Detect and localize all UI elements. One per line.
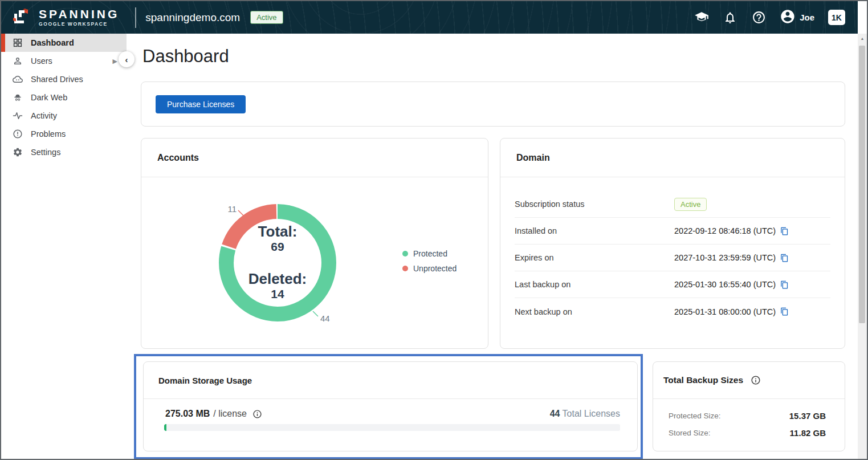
donut-deleted-value: 14 [271,287,284,300]
training-graduation-cap-icon[interactable] [694,10,709,25]
page-title: Dashboard [142,46,229,67]
accounts-card: Accounts 11 44 Total: 69 Deleted: 14 Pro… [141,138,488,349]
copy-icon[interactable] [780,227,789,235]
help-icon[interactable] [751,10,766,25]
avatar-icon [780,9,796,27]
donut-total-value: 69 [271,240,284,253]
sidebar-item-problems[interactable]: Problems [1,125,127,143]
header-divider [135,7,136,28]
kaseya-badge[interactable]: 1K [828,10,845,25]
user-icon [13,56,23,66]
copy-icon[interactable] [780,280,789,289]
header-actions: Joe 1K [694,9,845,27]
spy-icon [13,92,23,103]
alert-circle-icon [13,129,23,139]
scrollbar: ▲ [858,1,867,459]
sidebar-item-activity[interactable]: Activity [1,107,127,125]
sidebar-item-dashboard[interactable]: Dashboard [1,34,127,52]
total-licenses-label: Total Licenses [563,409,620,418]
highlight-annotation-box: Domain Storage Usage 275.03 MB / license… [134,354,643,459]
backup-card-title: Total Backup Sizes [663,375,743,385]
protected-count-label: 44 [320,314,330,323]
top-bar: SPANNING GOOGLE WORKSPACE spanningdemo.c… [1,1,858,34]
accounts-card-title: Accounts [141,139,488,177]
table-row: Expires on 2027-10-31 23:59:59 (UTC) [515,245,830,271]
grid-icon [13,38,23,48]
protected-dot-icon [402,251,408,257]
copy-icon[interactable] [780,307,789,316]
storage-progress-fill [164,424,166,431]
domain-status-badge: Active [250,11,283,24]
app-window: SPANNING GOOGLE WORKSPACE spanningdemo.c… [0,0,868,460]
info-icon[interactable] [751,375,761,385]
user-menu[interactable]: Joe [780,9,814,27]
storage-card-title: Domain Storage Usage [144,362,637,399]
donut-deleted-label: Deleted: [248,270,307,287]
purchase-licenses-button[interactable]: Purchase Licenses [156,95,246,113]
storage-per-license-suffix: / license [213,409,247,419]
sidebar-item-settings[interactable]: Settings [1,143,127,161]
legend-item-unprotected[interactable]: Unprotected [402,263,457,274]
brand: SPANNING GOOGLE WORKSPACE [9,5,119,30]
scrollbar-up-arrow[interactable]: ▲ [858,36,867,40]
sidebar-item-users[interactable]: Users ▶ [1,52,127,70]
storage-progress-bar [164,424,620,431]
accounts-donut-chart: 11 44 Total: 69 Deleted: 14 [201,194,349,331]
brand-subtitle: GOOGLE WORKSPACE [39,22,119,27]
table-row: Protected Size: 15.37 GB [669,407,826,424]
gear-icon [13,147,23,157]
legend-item-protected[interactable]: Protected [402,248,457,259]
domain-name: spanningdemo.com [145,11,240,24]
unprotected-dot-icon [402,266,408,271]
table-row: Stored Size: 11.82 GB [669,424,826,441]
info-icon[interactable] [252,409,262,419]
domain-card: Domain Subscription status Active Instal… [500,138,845,349]
table-row: Installed on 2022-09-12 08:46:18 (UTC) [515,218,830,245]
chevron-right-icon: ▶ [113,58,117,65]
total-licenses-value: 44 [550,409,560,418]
spanning-logo [9,5,32,30]
unprotected-count-label: 11 [227,204,237,214]
sidebar-item-dark-web[interactable]: Dark Web [1,88,127,107]
copy-icon[interactable] [780,254,789,262]
brand-name: SPANNING [39,8,119,20]
cloud-icon [13,74,23,84]
domain-card-title: Domain [500,139,845,177]
scrollbar-track[interactable]: ▲ [858,34,867,459]
table-row: Last backup on 2025-01-30 16:55:40 (UTC) [515,271,830,298]
storage-per-license-value: 275.03 MB [165,409,210,419]
sidebar-item-shared-drives[interactable]: Shared Drives [1,70,127,88]
sidebar-collapse-button[interactable]: ‹ [119,51,135,67]
domain-rows: Subscription status Active Installed on … [500,177,845,325]
main-content: Dashboard Purchase Licenses Accounts 11 … [127,34,858,459]
donut-total-label: Total: [258,223,298,240]
notifications-bell-icon[interactable] [723,10,737,25]
user-name: Joe [800,13,814,22]
domain-storage-usage-card: Domain Storage Usage 275.03 MB / license… [143,361,638,451]
table-row: Next backup on 2025-01-31 08:00:00 (UTC) [515,298,830,325]
scrollbar-thumb[interactable] [859,46,865,323]
chart-legend: Protected Unprotected [402,248,457,274]
pulse-icon [13,111,23,121]
total-backup-sizes-card: Total Backup Sizes Protected Size: 15.37… [653,361,845,451]
subscription-status-badge: Active [674,198,707,211]
sidebar: Dashboard Users ▶ Shared Drives Dark Web [1,34,127,459]
purchase-licenses-card: Purchase Licenses [141,82,845,127]
table-row: Subscription status Active [515,191,830,218]
